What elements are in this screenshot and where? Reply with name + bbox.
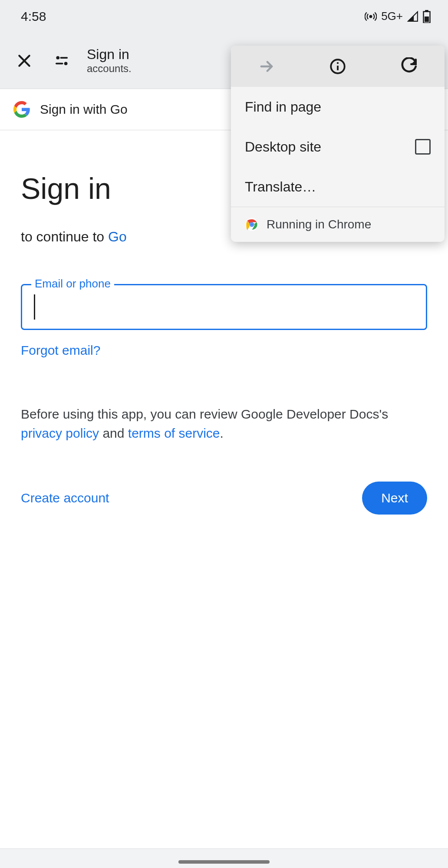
svg-rect-3 (425, 17, 429, 22)
text-cursor (34, 294, 35, 320)
svg-rect-5 (60, 57, 68, 59)
google-g-icon (13, 101, 30, 118)
menu-desktop-site[interactable]: Desktop site (231, 127, 445, 167)
next-button[interactable]: Next (362, 482, 427, 515)
page-title: Sign in (87, 46, 132, 63)
bottom-strip (0, 848, 448, 868)
arrow-forward-icon (257, 57, 276, 76)
close-icon (16, 52, 33, 69)
menu-translate-label: Translate… (245, 179, 316, 195)
menu-top-row (231, 46, 445, 87)
email-field-wrap: Email or phone (21, 284, 427, 330)
desktop-site-checkbox[interactable] (415, 139, 431, 155)
page-url: accounts. (87, 63, 132, 75)
forward-button[interactable] (254, 54, 279, 79)
menu-find-label: Find in page (245, 99, 321, 115)
svg-point-7 (64, 62, 68, 65)
menu-translate[interactable]: Translate… (231, 167, 445, 207)
disclosure-post: . (220, 426, 224, 440)
reload-button[interactable] (397, 54, 421, 79)
autofill-button[interactable] (49, 49, 74, 73)
info-icon (329, 57, 347, 76)
terms-of-service-link[interactable]: terms of service (128, 426, 220, 440)
close-button[interactable] (12, 49, 36, 73)
subtitle-prefix: to continue to (21, 229, 108, 244)
create-account-link[interactable]: Create account (21, 491, 109, 505)
svg-rect-6 (56, 63, 63, 64)
overflow-menu: Find in page Desktop site Translate… Run… (231, 46, 445, 242)
signal-icon (407, 11, 418, 22)
autofill-icon (53, 52, 71, 70)
clock: 4:58 (21, 9, 46, 24)
nav-handle[interactable] (178, 860, 270, 864)
battery-icon (423, 10, 431, 23)
email-field-label: Email or phone (31, 277, 114, 290)
disclosure-text: Before using this app, you can review Go… (21, 405, 427, 442)
actions-row: Create account Next (21, 482, 427, 515)
reload-icon (400, 57, 418, 76)
menu-running-label: Running in Chrome (267, 218, 371, 231)
title-block: Sign in accounts. (87, 46, 132, 75)
forgot-email-link[interactable]: Forgot email? (21, 343, 100, 358)
app-name-link[interactable]: Go (108, 229, 127, 244)
menu-find-in-page[interactable]: Find in page (231, 87, 445, 127)
privacy-policy-link[interactable]: privacy policy (21, 426, 99, 440)
svg-point-14 (250, 223, 253, 226)
svg-point-0 (370, 15, 372, 17)
disclosure-mid: and (99, 426, 128, 440)
email-input[interactable] (21, 284, 427, 330)
disclosure-pre: Before using this app, you can review Go… (21, 407, 388, 421)
svg-point-10 (337, 62, 339, 64)
hotspot-icon (365, 10, 377, 23)
chrome-icon (245, 218, 259, 231)
menu-desktop-label: Desktop site (245, 139, 321, 155)
banner-text: Sign in with Go (40, 102, 128, 117)
status-bar: 4:58 5G+ (0, 0, 448, 33)
status-indicators: 5G+ (365, 10, 431, 23)
network-label: 5G+ (381, 10, 403, 23)
menu-running-in-chrome[interactable]: Running in Chrome (231, 207, 445, 242)
site-info-button[interactable] (326, 54, 350, 79)
svg-point-4 (56, 56, 59, 59)
